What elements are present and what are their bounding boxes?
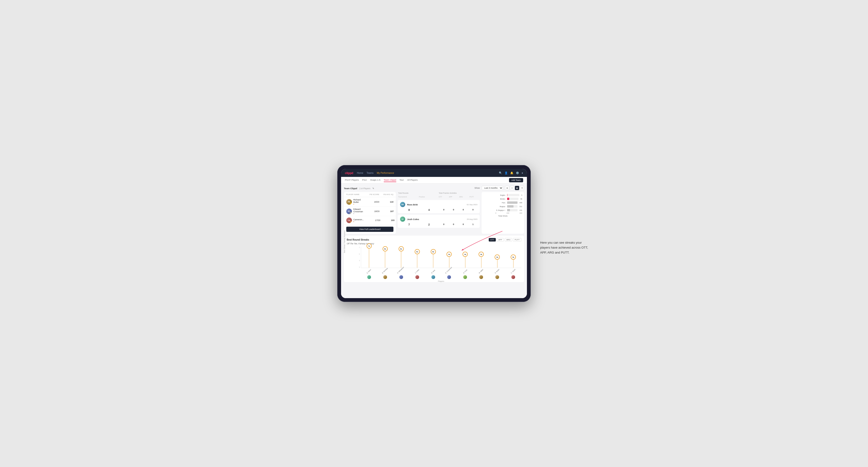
- content-grid: PLAYER NAME PB SCORE PB AVG SQ RB 1: [344, 192, 524, 234]
- col-pb-score: PB SCORE: [363, 193, 379, 195]
- pb-score: 17/20: [364, 219, 380, 221]
- rounds-values: 8 4: [400, 209, 438, 211]
- ebert-avatar: [367, 275, 371, 279]
- stats-player-name-1: Rees Britt: [407, 203, 465, 206]
- list-view-icon[interactable]: ≡: [510, 186, 514, 190]
- mcharg-line: [385, 251, 385, 268]
- card-view-icon[interactable]: ▦: [515, 186, 519, 190]
- miller-line: [481, 257, 482, 268]
- sub-nav-all-players[interactable]: All Players: [407, 178, 418, 182]
- filter-ott[interactable]: OTT: [489, 238, 496, 242]
- y-tick-7: 7: [359, 247, 360, 248]
- search-icon[interactable]: 🔍: [499, 172, 502, 175]
- detail-view-icon[interactable]: ☰: [520, 186, 524, 190]
- bar-label-dbogeys: D. Bogeys +: [493, 210, 505, 211]
- crossman-name: E. Crossman: [445, 266, 453, 274]
- players-label: Players: [361, 280, 521, 282]
- streaks-section: Best Round Streaks OTT APP ARG PUTT Off …: [344, 236, 524, 282]
- pb-score: 19/20: [363, 201, 379, 203]
- filter-arg[interactable]: ARG: [505, 238, 512, 242]
- user-icon[interactable]: 👤: [504, 172, 508, 175]
- crossman-avatar: [447, 275, 451, 279]
- britt-name: R. Britt: [431, 269, 435, 274]
- team-name: Team Clippd: [344, 187, 357, 190]
- stats-grid-1: 8 4: [400, 209, 477, 211]
- ford-name: D. Ford: [463, 269, 467, 274]
- butler-name: R. Butler: [494, 269, 500, 274]
- practice-rounds-value: 4: [420, 209, 438, 211]
- streaks-header: Best Round Streaks OTT APP ARG PUTT: [347, 238, 521, 242]
- annotation-box: Here you can see streaks your players ha…: [540, 240, 592, 255]
- bar-chart: Eagles 3 Birdies: [484, 194, 522, 211]
- player-info: EC 2 Edward Crossman ♦: [346, 208, 363, 214]
- chart-title: Total Shots: [484, 215, 522, 217]
- practice-rounds: 4: [420, 209, 438, 211]
- sub-nav-pga[interactable]: PGA: [362, 178, 367, 182]
- player-col-britt: 5x R. Britt: [425, 247, 441, 268]
- rounds-section: 8 4: [400, 209, 438, 211]
- player-col-mcharg: 6x B. McHarg: [377, 247, 393, 268]
- leaderboard-header: PLAYER NAME PB SCORE PB AVG SQ: [344, 192, 396, 197]
- nav-my-performance[interactable]: My Performance: [377, 171, 394, 175]
- player-col-miller: 4x M. Miller: [473, 247, 489, 268]
- sub-nav-team-clippd[interactable]: Team Clippd: [384, 178, 396, 182]
- rank-badge-silver: 2: [349, 212, 352, 214]
- add-team-button[interactable]: Add Team: [509, 178, 523, 182]
- months-select[interactable]: Last 3 months: [482, 186, 503, 190]
- stats-avatar-1: RB: [400, 202, 405, 207]
- player-col-coles: 5x J. Coles: [409, 247, 425, 268]
- nav-home[interactable]: Home: [357, 171, 363, 175]
- activities-section: 0 0 0 0: [439, 209, 477, 211]
- arg-value-2: 0: [459, 223, 468, 225]
- stats-card-header: RB Rees Britt 02 Sep 2023: [400, 202, 477, 207]
- player-row[interactable]: CA 3 Cameron... ♦ 17/20 103: [344, 216, 396, 225]
- quick-name: C. Quick: [510, 269, 516, 274]
- stats-sub-header: Tournament Practice OTT APP ARG PUTT: [398, 196, 480, 198]
- rank-badge-bronze: 3: [349, 221, 352, 223]
- bar-value-dbogeys: 131: [519, 210, 522, 211]
- chart-x-axis: 0 200 400: [484, 212, 522, 214]
- mcharg-avatar: [383, 275, 387, 279]
- sub-nav-hcaps[interactable]: Hcaps 1-5: [370, 178, 380, 182]
- app-label: APP: [449, 196, 459, 198]
- sub-nav-tour[interactable]: Tour: [400, 178, 404, 182]
- ebert-line: [369, 249, 369, 268]
- player-row[interactable]: EC 2 Edward Crossman ♦ 18/20 107: [344, 207, 396, 216]
- stats-grid-2: 7 2: [400, 223, 477, 226]
- total-rounds-header: Total Rounds: [398, 192, 439, 194]
- stats-player-name-2: Josh Coles: [407, 218, 465, 220]
- chart-panel: Eagles 3 Birdies: [482, 192, 524, 234]
- player-col-quick: 3x C. Quick: [505, 247, 521, 268]
- pb-avg: 103: [380, 219, 395, 221]
- rounds-section-2: 7 2: [400, 223, 438, 226]
- tablet-screen: clippd Home Teams My Performance 🔍 👤 🔔 ⚙…: [341, 169, 527, 298]
- bar-container-pars: [507, 201, 518, 204]
- profile-icon[interactable]: ●: [522, 172, 523, 174]
- edit-icon[interactable]: ✎: [372, 187, 374, 190]
- rank-icon-bronze: ♦: [353, 221, 364, 222]
- nav-teams[interactable]: Teams: [367, 171, 373, 175]
- bell-icon[interactable]: 🔔: [510, 172, 514, 175]
- top-nav: clippd Home Teams My Performance 🔍 👤 🔔 ⚙…: [341, 169, 527, 177]
- view-full-leaderboard-button[interactable]: View Full Leaderboard: [346, 227, 394, 232]
- sub-nav-pgat[interactable]: PGAT Players: [345, 178, 359, 182]
- filter-app[interactable]: APP: [497, 238, 504, 242]
- app-value: 0: [449, 209, 458, 211]
- leaderboard-panel: PLAYER NAME PB SCORE PB AVG SQ RB 1: [344, 192, 396, 234]
- bar-fill-eagles: [507, 194, 507, 196]
- bar-label-eagles: Eagles: [493, 194, 505, 196]
- player-info: CA 3 Cameron... ♦: [346, 217, 364, 223]
- grid-view-icon[interactable]: ⊞: [505, 186, 509, 190]
- annotation-content: Here you can see streaks your players ha…: [540, 241, 588, 254]
- settings-icon[interactable]: ⚙️: [516, 172, 519, 175]
- x-label-200: 200: [506, 212, 509, 214]
- stats-columns-header: Total Rounds Total Practice Activities: [398, 192, 480, 194]
- bar-value-birdies: 96: [520, 198, 522, 200]
- player-row[interactable]: RB 1 Richard Butler ♦ 19/20 110: [344, 197, 396, 207]
- player-col-billingham: 6x D. Billingham: [393, 247, 409, 268]
- team-controls: Show Last 3 months ⊞ ≡ ▦ ☰: [474, 186, 524, 190]
- chart-bar-eagles: Eagles 3: [493, 194, 522, 196]
- coles-bubble: 5x: [415, 249, 420, 254]
- filter-putt[interactable]: PUTT: [513, 238, 521, 242]
- stats-date-2: 26 Aug 2023: [467, 218, 477, 220]
